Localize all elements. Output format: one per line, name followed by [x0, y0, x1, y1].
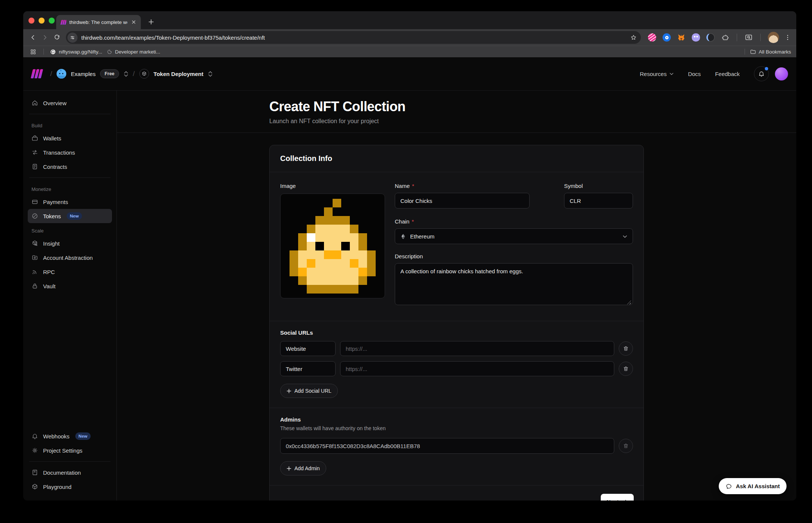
social-platform-input[interactable]: [280, 341, 336, 356]
phantom-icon[interactable]: [691, 33, 700, 42]
nav-docs[interactable]: Docs: [688, 71, 701, 77]
bookmark-label: niftyswap.gg/Nifty...: [59, 49, 102, 55]
delete-social-url-button[interactable]: [619, 341, 633, 356]
page-header: Create NFT Collection Launch an NFT coll…: [117, 91, 796, 133]
sidebar-item-project-settings[interactable]: Project Settings: [28, 443, 112, 457]
sidebar-item-overview[interactable]: Overview: [28, 96, 112, 110]
add-admin-button[interactable]: Add Admin: [280, 461, 326, 475]
bookmark-label: Developer marketi...: [115, 49, 160, 55]
team-name[interactable]: Examples: [71, 71, 96, 77]
site-settings-icon[interactable]: [67, 33, 78, 43]
sidebar-item-contracts[interactable]: Contracts: [28, 159, 112, 174]
minimize-window-button[interactable]: [39, 18, 45, 24]
sidebar-item-payments[interactable]: Payments: [28, 195, 112, 209]
url-bar[interactable]: thirdweb.com/team/examples/Token-Deploym…: [66, 31, 641, 44]
ask-ai-assistant-button[interactable]: Ask AI Assistant: [719, 478, 787, 494]
arrow-right-icon: [622, 499, 628, 501]
admins-title: Admins: [280, 416, 633, 423]
lock-icon: [31, 283, 38, 289]
sidebar-item-documentation[interactable]: Documentation: [28, 465, 112, 480]
browser-tab[interactable]: thirdweb: The complete web3: [56, 15, 141, 29]
breadcrumb-separator: /: [50, 70, 52, 78]
bookmarks-bar: niftyswap.gg/Nifty... Developer marketi.…: [23, 46, 796, 57]
symbol-label: Symbol: [564, 183, 583, 189]
next-button[interactable]: Next: [601, 494, 634, 501]
sidebar-item-vault[interactable]: Vault: [28, 279, 112, 293]
extension-icon-dark[interactable]: [706, 33, 715, 42]
admin-row: [280, 438, 633, 454]
reload-icon[interactable]: [51, 31, 63, 43]
apps-grid-icon[interactable]: [28, 47, 37, 56]
social-url-input[interactable]: [340, 361, 614, 376]
required-asterisk: *: [412, 218, 414, 225]
forward-icon[interactable]: [39, 31, 51, 43]
bookmark-niftyswap[interactable]: niftyswap.gg/Nifty...: [50, 49, 102, 55]
chain-label: Chain: [395, 218, 409, 225]
notifications-button[interactable]: [754, 66, 769, 81]
social-platform-input[interactable]: [280, 361, 336, 376]
browser-toolbar: thirdweb.com/team/examples/Token-Deploym…: [23, 29, 796, 46]
close-window-button[interactable]: [28, 18, 34, 24]
back-icon[interactable]: [27, 31, 39, 43]
admins-subtitle: These wallets will have authority on the…: [280, 425, 633, 431]
delete-social-url-button[interactable]: [619, 362, 633, 376]
collection-image-upload[interactable]: [280, 194, 385, 298]
extensions-puzzle-icon[interactable]: [721, 33, 730, 42]
url-text: thirdweb.com/team/examples/Token-Deploym…: [81, 34, 626, 41]
bookmark-developer-marketing[interactable]: Developer marketi...: [107, 49, 160, 55]
extension-icon-pink[interactable]: [648, 33, 657, 42]
insight-icon: [31, 240, 38, 247]
description-input[interactable]: A collection of rainbow chicks hatched f…: [395, 263, 633, 305]
sidebar-item-wallets[interactable]: Wallets: [28, 131, 112, 145]
ethereum-icon: [400, 234, 406, 239]
team-switcher-icon[interactable]: [124, 71, 128, 77]
nav-feedback[interactable]: Feedback: [715, 71, 740, 77]
maximize-window-button[interactable]: [49, 18, 55, 24]
nav-resources[interactable]: Resources: [640, 71, 674, 77]
sidebar-item-insight[interactable]: Insight: [28, 236, 112, 250]
sidebar-item-rpc[interactable]: RPC: [28, 265, 112, 279]
header-nav: Resources Docs Feedback: [640, 66, 788, 81]
sidebar-item-tokens[interactable]: Tokens New: [28, 209, 112, 223]
bookmark-star-icon[interactable]: [630, 34, 637, 41]
trash-icon: [623, 443, 629, 449]
all-bookmarks[interactable]: All Bookmarks: [750, 49, 791, 55]
project-name[interactable]: Token Deployment: [154, 71, 203, 77]
toolbar-separator-2: [760, 34, 761, 41]
signal-icon: [31, 268, 38, 275]
new-tab-button[interactable]: [145, 16, 157, 27]
chain-select[interactable]: Ethereum: [395, 228, 633, 244]
project-switcher-icon[interactable]: [208, 71, 213, 77]
admin-wallet-input[interactable]: [280, 438, 614, 454]
tab-search-icon[interactable]: [744, 33, 753, 42]
thirdweb-logo[interactable]: [30, 68, 46, 79]
required-asterisk: *: [412, 183, 414, 189]
browser-window: thirdweb: The complete web3 thirdweb.com…: [23, 11, 796, 501]
name-input[interactable]: [395, 193, 530, 209]
browser-profile-avatar[interactable]: [768, 32, 779, 43]
description-field: Description A collection of rainbow chic…: [395, 253, 633, 307]
sidebar-item-transactions[interactable]: Transactions: [28, 145, 112, 159]
tab-close-icon[interactable]: [130, 19, 137, 25]
sidebar-item-account-abstraction[interactable]: Account Abstraction: [28, 250, 112, 265]
home-icon: [31, 100, 38, 106]
sidebar-spacer: [28, 293, 112, 429]
social-url-row: [280, 361, 633, 376]
collection-info-card: Collection Info Image: [269, 145, 644, 501]
sidebar-item-playground[interactable]: Playground: [28, 480, 112, 494]
social-url-input[interactable]: [340, 341, 614, 356]
add-social-url-button[interactable]: Add Social URL: [280, 384, 338, 398]
browser-menu-icon[interactable]: [783, 33, 793, 42]
delete-admin-button[interactable]: [619, 439, 633, 453]
page-subtitle: Launch an NFT collection for your projec…: [269, 118, 644, 125]
user-avatar[interactable]: [775, 67, 788, 80]
bookmarks-separator: [43, 49, 44, 55]
sidebar-section-build: Build: [28, 118, 112, 131]
sidebar-item-webhooks[interactable]: Webhooks New: [28, 429, 112, 443]
social-urls-section: Social URLs: [270, 321, 643, 408]
metamask-icon[interactable]: [677, 33, 686, 42]
project-cube-icon: [139, 69, 149, 79]
chat-bubble-icon: [725, 483, 732, 490]
extension-icon-blue[interactable]: [662, 33, 671, 42]
symbol-input[interactable]: [564, 193, 633, 209]
